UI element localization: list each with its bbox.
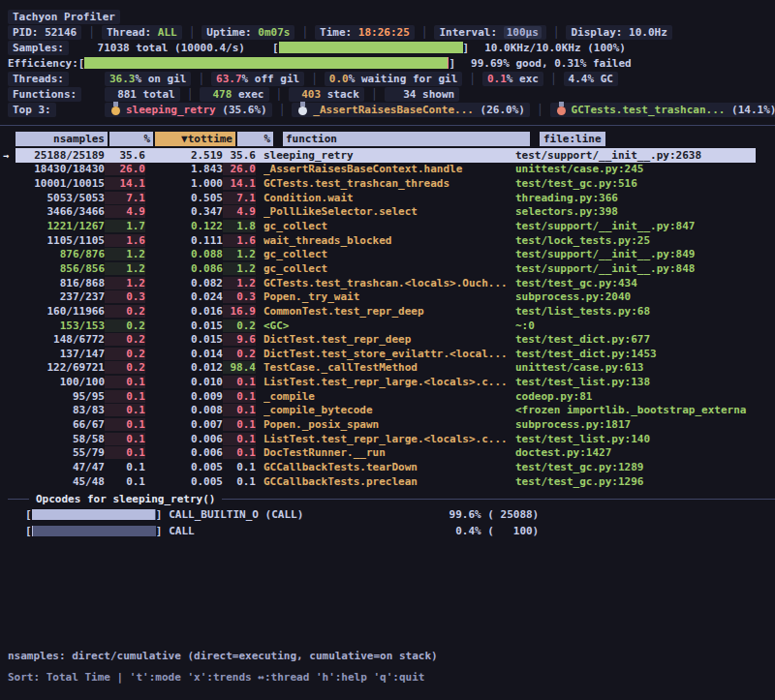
cell-function: sleeping_retry [264, 149, 508, 162]
table-row[interactable]: 95/95 0.1 0.009 0.1 _compile codeop.py:8… [0, 389, 775, 404]
stat-value: 36.3 [109, 73, 136, 85]
top3-entry[interactable]: GCTests.test_trashcan... (14.1%) [550, 103, 775, 117]
table-row[interactable]: 856/856 1.2 0.086 1.2 gc_collect test/su… [0, 261, 775, 276]
cell-file-line: test/test_gc.py:516 [515, 177, 756, 190]
header-function[interactable]: function [283, 132, 530, 146]
samples-rate: 10.0KHz/10.0KHz (100%) [484, 42, 626, 54]
cell-function: gc_collect [264, 220, 508, 232]
cell-direct-pct: 1.7 [105, 220, 145, 232]
cell-nsamples: 876/876 [16, 248, 105, 260]
samples-bar [279, 42, 463, 53]
rule-right [222, 499, 775, 500]
cell-file-line: doctest.py:1427 [515, 446, 756, 459]
divider: │ [81, 26, 102, 39]
samples-bar-close: ] [463, 42, 470, 54]
cell-tottime: 0.012 [145, 361, 223, 374]
cell-direct-pct: 0.1 [105, 404, 145, 416]
efficiency-label: Efficiency: [8, 57, 78, 70]
table-row[interactable]: 816/868 1.2 0.082 1.2 GCTests.test_trash… [0, 276, 775, 290]
display-value: 10.0Hz [629, 26, 667, 39]
opcodes-list: [] CALL_BUILTIN_O (CALL) 99.6% ( 25088) … [0, 506, 775, 539]
opcode-bar [32, 509, 156, 520]
table-row[interactable]: 237/237 0.3 0.024 0.3 Popen._try_wait su… [0, 289, 775, 304]
uptime-stat: Uptime: 0m07s [202, 25, 294, 40]
table-row[interactable]: 1105/1105 1.6 0.111 1.6 wait_threads_blo… [0, 233, 775, 248]
cell-function: Condition.wait [264, 192, 508, 204]
opcode-bar [32, 526, 156, 536]
cell-direct-pct: 0.2 [105, 320, 145, 332]
table-row[interactable]: 45/48 0.1 0.005 0.1 GCCallbackTests.prec… [0, 474, 775, 489]
header-nsamples[interactable]: nsamples [16, 132, 108, 146]
table-row[interactable]: 5053/5053 7.1 0.505 7.1 Condition.wait t… [0, 191, 775, 205]
table-row[interactable]: 66/67 0.1 0.007 0.1 Popen._posix_spawn s… [0, 417, 775, 432]
table-row[interactable]: → 25188/25189 35.6 2.519 35.6 sleeping_r… [0, 148, 775, 163]
cell-direct-pct: 0.2 [105, 305, 145, 318]
thread-stat[interactable]: Thread: ALL [102, 25, 182, 40]
stat-value: 403 [294, 88, 321, 101]
opcodes-title: Opcodes for sleeping_retry() [29, 493, 222, 505]
cell-file-line: <frozen importlib._bootstrap_externa [515, 404, 756, 416]
table-row[interactable]: 83/83 0.1 0.008 0.1 _compile_bytecode <f… [0, 404, 775, 418]
cell-tottime: 0.024 [145, 290, 223, 303]
table-row[interactable]: 58/58 0.1 0.006 0.1 ListTest.test_repr_l… [0, 432, 775, 446]
cell-cumulative-pct: 0.1 [223, 418, 256, 431]
cell-direct-pct: 0.1 [105, 446, 145, 459]
cell-file-line: test/test_list.py:138 [515, 376, 756, 388]
table-row[interactable]: 160/11966 0.2 0.016 16.9 CommonTest.test… [0, 304, 775, 319]
cell-nsamples: 816/868 [16, 277, 105, 289]
stat-suffix: exec [232, 88, 264, 101]
cell-nsamples: 66/67 [16, 418, 105, 431]
table-row[interactable]: 55/79 0.1 0.006 0.1 DocTestRunner.__run … [0, 445, 775, 460]
cell-cumulative-pct: 14.1 [223, 177, 256, 190]
divider: │ [364, 88, 385, 101]
cell-nsamples: 55/79 [16, 446, 105, 459]
uptime-label: Uptime: [206, 26, 258, 39]
table-row[interactable]: 148/6772 0.2 0.015 9.6 DictTest.test_rep… [0, 332, 775, 347]
thread-stat-segment: 36.3% on gil [105, 72, 191, 86]
cell-function: _compile [264, 390, 508, 403]
cell-nsamples: 83/83 [16, 404, 105, 416]
cell-function: _PollLikeSelector.select [264, 205, 508, 218]
thread-stat-segment: 4.4% GC [564, 72, 618, 86]
opcode-bar-close: ] [156, 525, 163, 537]
table-row[interactable]: 100/100 0.1 0.010 0.1 ListTest.test_repr… [0, 375, 775, 389]
header-cumulative-pct[interactable]: % [237, 132, 273, 146]
cell-tottime: 0.005 [145, 461, 223, 473]
table-row[interactable]: 122/69721 0.2 0.012 98.4 TestCase._callT… [0, 361, 775, 376]
cell-tottime: 0.122 [145, 220, 223, 232]
thread-stat-segment: 63.7% off gil [211, 72, 304, 86]
table-row[interactable]: 47/47 0.1 0.005 0.1 GCCallbackTests.tear… [0, 460, 775, 474]
cell-file-line: test/test_list.py:140 [515, 433, 756, 445]
cell-cumulative-pct: 0.3 [223, 290, 256, 303]
cell-direct-pct: 0.1 [105, 390, 145, 403]
cell-tottime: 0.010 [145, 376, 223, 388]
table-row[interactable]: 137/147 0.2 0.014 0.2 DictTest.test_stor… [0, 347, 775, 361]
cell-direct-pct: 0.2 [105, 348, 145, 360]
display-label: Display: [571, 26, 629, 39]
threads-label: Threads: [8, 72, 69, 86]
pid-value: 52146 [45, 26, 77, 39]
header-direct-pct[interactable]: % [109, 132, 153, 146]
table-row[interactable]: 18430/18430 26.0 1.843 26.0 _AssertRaise… [0, 163, 775, 177]
table-row[interactable]: 1221/1267 1.7 0.122 1.8 gc_collect test/… [0, 219, 775, 233]
cell-function: gc_collect [264, 248, 508, 260]
header-file-line[interactable]: file:line [540, 132, 605, 146]
top3-entry[interactable]: _AssertRaisesBaseConte... (26.0%) [292, 103, 530, 117]
table-row[interactable]: 10001/10015 14.1 1.000 14.1 GCTests.test… [0, 176, 775, 191]
samples-total: 71038 total (10000.4/s) [91, 42, 245, 54]
cell-function: GCTests.test_trashcan.<locals>.Ouch... [264, 277, 508, 289]
header-tottime-sorted[interactable]: ▼tottime [155, 132, 235, 146]
table-row[interactable]: 876/876 1.2 0.088 1.2 gc_collect test/su… [0, 247, 775, 261]
title-line: Tachyon Profiler [0, 9, 775, 24]
opcode-name: CALL [169, 525, 393, 537]
cell-tottime: 0.082 [145, 277, 223, 289]
stat-suffix: shown [417, 88, 455, 101]
top3-percent: (35.6%) [216, 104, 267, 116]
table-row[interactable]: 3466/3466 4.9 0.347 4.9 _PollLikeSelecto… [0, 205, 775, 220]
interval-value: 100µs [504, 26, 542, 39]
top3-entry[interactable]: sleeping_retry (35.6%) [105, 103, 272, 117]
divider: │ [294, 26, 315, 39]
function-stat-segment: 478 exec [200, 87, 268, 102]
table-row[interactable]: 153/153 0.2 0.015 0.2 <GC> ~:0 [0, 319, 775, 333]
cell-cumulative-pct: 1.2 [223, 277, 256, 289]
